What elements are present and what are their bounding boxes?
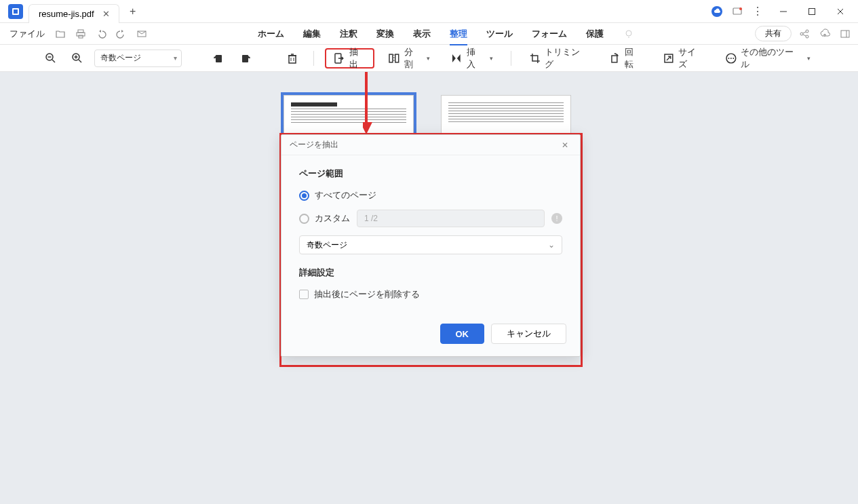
radio-all-pages[interactable]: すべてのページ — [299, 189, 562, 201]
radio-unchecked-icon — [299, 214, 309, 224]
document-tab[interactable]: resume-jis.pdf ✕ — [28, 4, 119, 23]
close-tab-icon[interactable]: ✕ — [101, 8, 112, 19]
page-filter-select[interactable]: 奇数ページ — [94, 50, 182, 67]
page-parity-value: 奇数ページ — [307, 239, 347, 251]
tab-home[interactable]: ホーム — [248, 25, 294, 43]
extract-button[interactable]: 抽出 — [325, 48, 374, 69]
other-tools-label: その他のツール — [741, 46, 802, 71]
size-label: サイズ — [678, 46, 704, 71]
title-bar: resume-jis.pdf ✕ + ⋮ — [0, 0, 858, 23]
page-parity-select[interactable]: 奇数ページ — [299, 235, 562, 254]
checkbox-icon — [299, 290, 309, 299]
open-icon[interactable] — [52, 25, 69, 43]
tab-protect[interactable]: 保護 — [577, 25, 613, 43]
rotate-right-icon[interactable] — [235, 48, 256, 69]
cloud-icon[interactable] — [709, 3, 725, 20]
svg-rect-37 — [389, 54, 393, 62]
crop-icon — [529, 52, 541, 64]
extract-label: 抽出 — [349, 46, 367, 71]
radio-checked-icon — [299, 191, 309, 201]
svg-rect-1 — [14, 9, 18, 14]
minimize-button[interactable] — [770, 1, 797, 22]
range-section-title: ページ範囲 — [299, 168, 562, 180]
tab-edit[interactable]: 編集 — [294, 25, 330, 43]
close-window-button[interactable] — [827, 1, 854, 22]
tab-annotate[interactable]: 注釈 — [330, 25, 367, 43]
other-tools-button[interactable]: その他のツール▾ — [718, 48, 817, 69]
tab-organize[interactable]: 整理 — [440, 25, 477, 43]
more-horizontal-icon — [725, 52, 737, 64]
new-tab-button[interactable]: + — [123, 2, 142, 21]
tab-convert[interactable]: 変換 — [367, 25, 404, 43]
size-button[interactable]: サイズ — [656, 48, 711, 69]
message-icon[interactable] — [729, 3, 745, 20]
svg-line-18 — [803, 32, 806, 33]
svg-point-4 — [739, 7, 742, 10]
cancel-label: キャンセル — [507, 328, 551, 340]
svg-point-16 — [806, 30, 808, 33]
svg-point-43 — [728, 58, 729, 59]
ok-button[interactable]: OK — [440, 324, 485, 344]
svg-point-44 — [730, 58, 732, 59]
zoom-in-icon[interactable] — [68, 48, 88, 69]
maximize-button[interactable] — [798, 1, 825, 22]
delete-icon[interactable] — [282, 48, 303, 69]
tab-form[interactable]: フォーム — [522, 25, 577, 43]
dialog-close-button[interactable]: ✕ — [558, 138, 572, 152]
trimming-button[interactable]: トリミング — [522, 48, 596, 69]
file-menu[interactable]: ファイル — [5, 28, 49, 40]
svg-line-23 — [52, 60, 55, 62]
svg-point-17 — [806, 35, 808, 38]
ok-label: OK — [456, 329, 469, 339]
radio-custom-label: カスタム — [315, 212, 350, 225]
rotate-label: 回転 — [625, 46, 642, 71]
svg-rect-20 — [841, 31, 849, 37]
share-button[interactable]: 共有 — [755, 26, 792, 41]
svg-rect-31 — [289, 56, 296, 63]
cancel-button[interactable]: キャンセル — [491, 324, 566, 344]
delete-after-checkbox[interactable]: 抽出後にページを削除する — [299, 288, 562, 301]
zoom-out-icon[interactable] — [41, 48, 61, 69]
more-icon[interactable]: ⋮ — [749, 3, 766, 20]
radio-custom[interactable]: カスタム — [299, 212, 350, 225]
undo-icon[interactable] — [92, 25, 110, 43]
svg-point-15 — [800, 33, 803, 35]
split-label: 分割 — [404, 46, 421, 71]
svg-rect-6 — [809, 8, 815, 14]
extract-pages-dialog: ページを抽出 ✕ ページ範囲 すべてのページ カスタム 1 /2 ! 奇数ページ — [281, 134, 581, 357]
radio-all-pages-label: すべてのページ — [315, 189, 376, 201]
svg-line-26 — [79, 60, 81, 62]
range-placeholder: 1 /2 — [364, 214, 378, 223]
trimming-label: トリミング — [545, 46, 588, 71]
svg-line-19 — [803, 35, 806, 36]
panel-icon[interactable] — [838, 26, 853, 41]
print-icon[interactable] — [72, 25, 90, 43]
svg-point-45 — [733, 58, 734, 59]
delete-after-label: 抽出後にページを削除する — [314, 288, 420, 301]
advanced-section-title: 詳細設定 — [299, 267, 562, 279]
insert-icon — [450, 52, 463, 64]
dialog-title: ページを抽出 — [290, 139, 338, 151]
split-icon — [388, 52, 400, 64]
rotate-icon — [608, 52, 621, 64]
redo-icon[interactable] — [113, 25, 130, 43]
resize-icon — [663, 52, 675, 64]
insert-label: 挿入 — [467, 46, 484, 71]
tab-title: resume-jis.pdf — [39, 9, 94, 19]
extract-icon — [333, 52, 345, 64]
tab-tool[interactable]: ツール — [477, 25, 522, 43]
rotate-button[interactable]: 回転 — [602, 48, 648, 69]
organize-toolbar: 奇数ページ 抽出 分割▾ 挿入▾ トリミング 回転 サイズ その他のツール▾ — [0, 45, 858, 72]
canvas-area: ページを抽出 ✕ ページ範囲 すべてのページ カスタム 1 /2 ! 奇数ページ — [0, 72, 858, 504]
menu-tabs: ホーム 編集 注釈 変換 表示 整理 ツール フォーム 保護 — [248, 25, 638, 43]
tab-view[interactable]: 表示 — [404, 25, 440, 43]
custom-range-input[interactable]: 1 /2 — [357, 210, 545, 227]
rotate-left-icon[interactable] — [209, 48, 229, 69]
share-link-icon[interactable] — [797, 26, 812, 41]
mail-icon[interactable] — [133, 25, 151, 43]
split-button[interactable]: 分割▾ — [381, 48, 437, 69]
cloud-upload-icon[interactable] — [817, 26, 832, 41]
insert-button[interactable]: 挿入▾ — [444, 48, 499, 69]
info-icon[interactable]: ! — [551, 213, 562, 224]
lightbulb-icon[interactable] — [620, 25, 638, 43]
